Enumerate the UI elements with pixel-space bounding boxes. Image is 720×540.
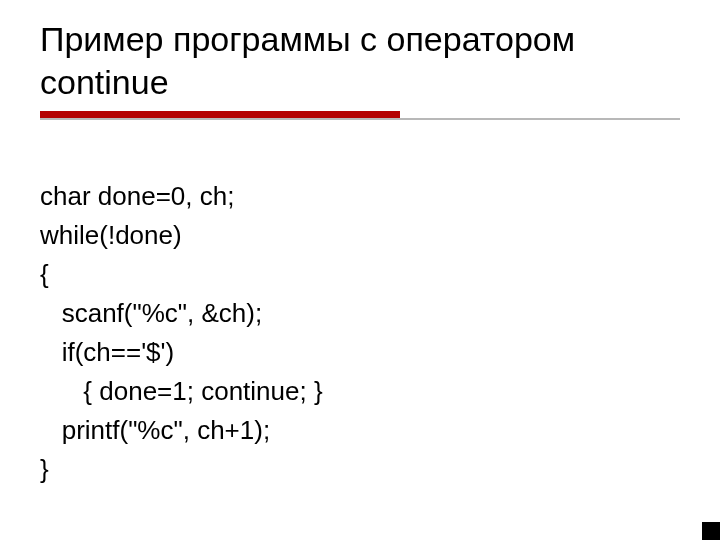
- page-corner-fold: [702, 522, 720, 540]
- code-line: scanf("%c", &ch);: [40, 298, 262, 328]
- code-line: printf("%c", ch+1);: [40, 415, 270, 445]
- title-rule: [40, 111, 680, 120]
- code-block: char done=0, ch; while(!done) { scanf("%…: [40, 138, 680, 528]
- title-line-2: continue: [40, 63, 169, 101]
- slide: Пример программы с оператором continue c…: [0, 0, 720, 540]
- slide-title: Пример программы с оператором continue: [40, 18, 680, 103]
- rule-grey: [40, 118, 680, 120]
- code-line: { done=1; continue; }: [40, 376, 323, 406]
- title-line-1: Пример программы с оператором: [40, 20, 575, 58]
- code-line: char done=0, ch;: [40, 181, 234, 211]
- code-line: }: [40, 454, 49, 484]
- code-line: {: [40, 259, 49, 289]
- code-line: while(!done): [40, 220, 182, 250]
- code-line: if(ch=='$'): [40, 337, 174, 367]
